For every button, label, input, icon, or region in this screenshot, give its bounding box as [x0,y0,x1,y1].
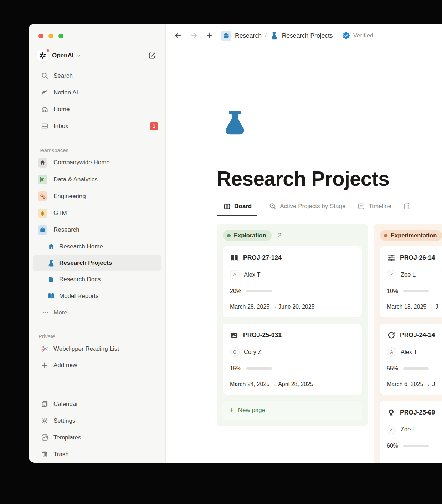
status-dot [384,234,387,237]
notion-ai-icon [41,89,48,97]
sidebar: OpenAI Search Notion AI Home [29,24,166,463]
briefcase-tile-icon [38,225,47,235]
assignee-name: Zoe L [401,426,416,433]
sidebar-item-webclipper-reading-list[interactable]: Webclipper Reading List [29,341,165,357]
flask-icon [270,31,279,40]
sidebar-item-gtm[interactable]: GTM [29,205,165,221]
sidebar-item-search[interactable]: Search [29,67,165,84]
assignee-name: Alex T [401,349,417,355]
date-range: March 6, 2025 → J [387,381,442,387]
tab-timeline[interactable]: Timeline [358,202,391,216]
table-view-icon [404,202,411,210]
page-title[interactable]: Research Projects [217,167,442,190]
teamspaces-section-label: Teamspaces [29,146,165,154]
sidebar-item-research-home[interactable]: Research Home [29,238,165,255]
tab-board[interactable]: Board [217,202,257,216]
new-page-icon[interactable] [205,31,214,40]
board-column-experimentation: Experimentation PROJ-26-14 Z Zoe L [374,224,442,463]
breadcrumb-research-projects[interactable]: Research Projects [282,32,333,40]
project-card[interactable]: PROJ-26-14 Z Zoe L 10% March 13, 2025 → … [379,246,442,318]
verified-label: Verified [353,32,374,39]
sidebar-item-calendar[interactable]: Calendar [29,396,165,412]
status-pill-exploration[interactable]: Exploration [223,230,272,241]
back-arrow-icon[interactable] [174,31,183,40]
sidebar-item-companywide-home[interactable]: Companywide Home [29,154,165,171]
refresh-icon [387,331,395,339]
project-card[interactable]: PROJ-25-031 C Cory Z 15% March 24, 2025 … [222,323,362,395]
inbox-badge: 1 [150,122,158,130]
status-pill-experimentation[interactable]: Experimentation [380,230,442,241]
column-header: Exploration 2 [223,230,362,241]
breadcrumb-research[interactable]: Research [235,32,262,40]
sidebar-item-settings[interactable]: Settings [29,412,165,429]
sidebar-item-engineering[interactable]: Engineering [29,188,165,205]
new-page-button[interactable]: + New page [222,401,362,420]
forward-arrow-icon[interactable] [190,31,198,40]
project-card[interactable]: PROJ-24-14 A Alex T 55% March 6, 2025 → … [379,323,442,395]
zoom-window-button[interactable] [58,34,63,38]
flask-icon [47,259,55,267]
house-tile-icon [38,158,47,168]
sidebar-item-home[interactable]: Home [29,101,165,118]
calendar-icon [41,400,48,408]
keyhole-icon [387,408,395,417]
minimize-window-button[interactable] [48,34,53,38]
ellipsis-icon [41,309,49,317]
stage-view-icon [269,202,276,210]
board: Exploration 2 PROJ-27-124 A Alex T [217,224,442,463]
scissors-icon [41,345,48,353]
sidebar-item-model-reports[interactable]: Model Reports [29,288,165,304]
avatar: C [230,347,240,357]
sidebar-item-research-docs[interactable]: Research Docs [29,271,165,288]
document-icon [47,276,55,283]
window-controls [29,34,165,38]
rocket-tile-icon [38,209,47,218]
sidebar-item-trash[interactable]: Trash [29,446,165,463]
chevron-down-icon [76,53,82,58]
avatar: Z [387,425,396,434]
progress-label: 10% [387,288,398,294]
page-flask-icon[interactable] [221,107,249,138]
notification-dot [46,48,50,52]
page-content: Research Projects Board Active Projects … [166,48,442,463]
gears-tile-icon [38,191,47,201]
board-view-icon [223,202,231,210]
workspace-switcher[interactable]: OpenAI [29,48,165,63]
board-column-exploration: Exploration 2 PROJ-27-124 A Alex T [217,224,368,426]
compose-icon[interactable] [148,51,156,60]
project-id: PROJ-25-69 [400,409,435,416]
home-icon [41,106,48,113]
sidebar-item-research[interactable]: Research [29,222,165,238]
sidebar-item-research-projects[interactable]: Research Projects [33,255,161,271]
tab-table[interactable] [404,202,415,216]
private-section-label: Private [29,332,165,341]
progress-label: 20% [230,288,241,294]
project-id: PROJ-24-14 [400,331,435,339]
app-window: OpenAI Search Notion AI Home [29,24,442,463]
tab-active-projects-by-stage[interactable]: Active Projects by Stage [269,202,345,216]
search-icon [41,72,48,80]
assignee-name: Alex T [244,271,260,278]
project-card[interactable]: PROJ-27-124 A Alex T 20% March 28, 2025 … [222,246,362,318]
progress-bar [403,445,429,447]
breadcrumb-separator: / [265,32,267,39]
project-card[interactable]: PROJ-25-69 Z Zoe L 60% [379,401,442,463]
assignee-name: Cory Z [244,349,262,355]
close-window-button[interactable] [38,34,43,38]
sidebar-item-templates[interactable]: Templates [29,429,165,446]
sidebar-item-notion-ai[interactable]: Notion AI [29,84,165,101]
house-icon [47,243,55,251]
sidebar-item-inbox[interactable]: Inbox 1 [29,118,165,134]
gear-icon [41,417,48,425]
project-id: PROJ-26-14 [400,254,435,262]
sidebar-item-data-analytics[interactable]: Data & Analytics [29,171,165,188]
sliders-icon [387,253,395,262]
templates-icon [41,434,48,442]
open-book-icon [47,292,55,300]
sidebar-item-add-new[interactable]: Add new [29,357,165,374]
breadcrumb-research-icon[interactable] [221,31,231,41]
view-tabs: Board Active Projects by Stage Timeline [217,202,442,216]
column-count: 2 [278,232,281,239]
sidebar-item-more[interactable]: More [29,304,165,321]
progress-bar [246,367,272,370]
